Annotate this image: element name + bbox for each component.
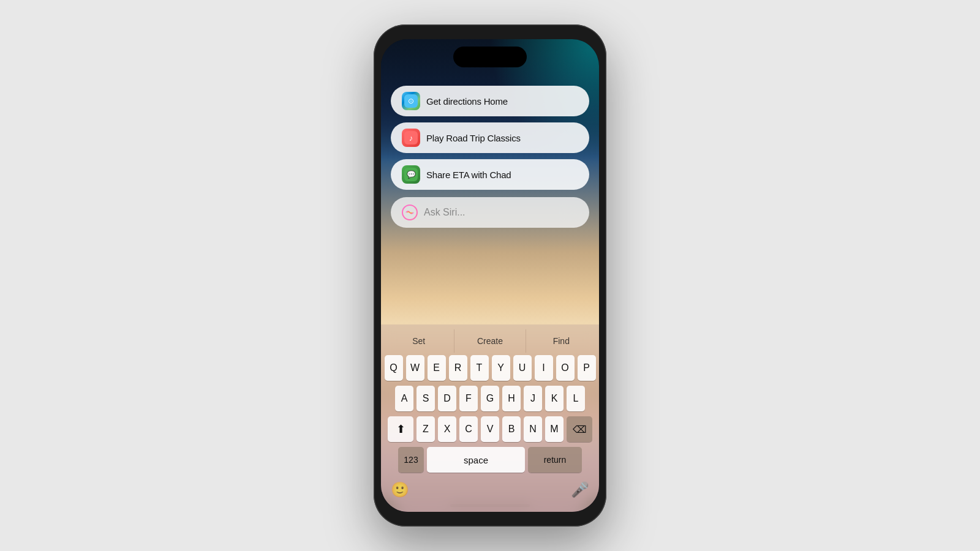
key-W[interactable]: W: [406, 355, 424, 381]
microphone-icon[interactable]: 🎤: [571, 481, 589, 498]
key-F[interactable]: F: [459, 386, 478, 411]
keyboard-row-1: Q W E R T Y U I O P: [383, 355, 597, 381]
key-M[interactable]: M: [545, 416, 564, 442]
key-S[interactable]: S: [417, 386, 435, 411]
content-area: ⊙ Get directions Home: [381, 39, 599, 512]
key-E[interactable]: E: [428, 355, 446, 381]
key-P[interactable]: P: [578, 355, 596, 381]
key-B[interactable]: B: [502, 416, 521, 442]
svg-text:♪: ♪: [409, 133, 413, 143]
phone-screen: ⊙ Get directions Home: [381, 39, 599, 512]
key-V[interactable]: V: [481, 416, 499, 442]
key-O[interactable]: O: [556, 355, 575, 381]
key-Z[interactable]: Z: [417, 416, 435, 442]
suggestions-area: ⊙ Get directions Home: [381, 86, 599, 190]
key-C[interactable]: C: [459, 416, 478, 442]
siri-placeholder-text: Ask Siri...: [424, 207, 578, 218]
key-T[interactable]: T: [470, 355, 489, 381]
siri-placeholder-label: Ask Siri...: [424, 207, 466, 217]
suggestion-directions-text: Get directions Home: [426, 96, 508, 107]
suggestion-music-text: Play Road Trip Classics: [426, 133, 521, 143]
music-icon: ♪: [402, 129, 420, 147]
dynamic-island: [453, 47, 527, 67]
key-H[interactable]: H: [502, 386, 521, 411]
keyboard-row-3: ⬆ Z X C V B N M ⌫: [383, 416, 597, 442]
keyboard-suggestions-row: Set Create Find: [383, 329, 597, 353]
key-G[interactable]: G: [481, 386, 499, 411]
keyboard-bottom-bar: 🙂 🎤: [383, 478, 597, 512]
key-U[interactable]: U: [513, 355, 532, 381]
key-R[interactable]: R: [449, 355, 467, 381]
siri-orb-icon: [402, 204, 418, 220]
keyboard-row-2: A S D F G H J K L: [383, 386, 597, 411]
suggestion-music[interactable]: ♪ Play Road Trip Classics: [391, 122, 589, 153]
svg-text:⊙: ⊙: [408, 97, 414, 105]
key-shift[interactable]: ⬆: [388, 416, 413, 442]
maps-icon: ⊙: [402, 92, 420, 110]
key-L[interactable]: L: [567, 386, 585, 411]
key-X[interactable]: X: [438, 416, 456, 442]
svg-text:💬: 💬: [407, 170, 416, 179]
key-I[interactable]: I: [535, 355, 553, 381]
key-backspace[interactable]: ⌫: [567, 416, 592, 442]
key-Y[interactable]: Y: [492, 355, 510, 381]
suggestion-directions[interactable]: ⊙ Get directions Home: [391, 86, 589, 116]
keyboard-area: Set Create Find Q W E R T Y U I O P: [381, 324, 599, 512]
suggestion-messages[interactable]: 💬 Share ETA with Chad: [391, 159, 589, 190]
key-J[interactable]: J: [524, 386, 542, 411]
key-K[interactable]: K: [545, 386, 564, 411]
kb-suggestion-set[interactable]: Set: [383, 329, 454, 353]
siri-input-bar[interactable]: Ask Siri...: [391, 197, 589, 228]
suggestion-messages-text: Share ETA with Chad: [426, 170, 511, 180]
key-N[interactable]: N: [524, 416, 542, 442]
key-A[interactable]: A: [395, 386, 413, 411]
kb-suggestion-find[interactable]: Find: [526, 329, 597, 353]
kb-suggestion-create[interactable]: Create: [454, 329, 525, 353]
key-Q[interactable]: Q: [385, 355, 403, 381]
messages-icon: 💬: [402, 165, 420, 184]
phone-frame: ⊙ Get directions Home: [374, 24, 606, 527]
key-return[interactable]: return: [528, 447, 582, 473]
emoji-icon[interactable]: 🙂: [391, 481, 409, 498]
key-D[interactable]: D: [438, 386, 456, 411]
key-numbers[interactable]: 123: [398, 447, 424, 473]
key-space[interactable]: space: [427, 447, 525, 473]
keyboard-row-4: 123 space return: [383, 447, 597, 473]
